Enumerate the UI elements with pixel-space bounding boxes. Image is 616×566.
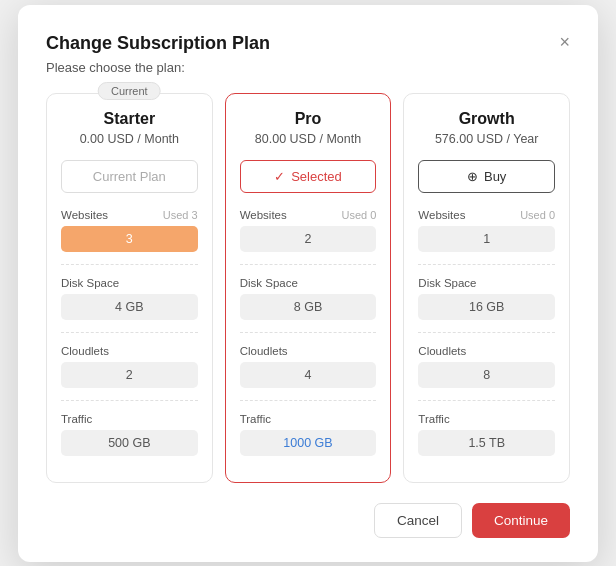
plan-name-pro: Pro (240, 110, 377, 128)
feature-value: 2 (61, 362, 198, 388)
feature-used: Used 3 (163, 209, 198, 221)
plan-price-growth: 576.00 USD / Year (418, 132, 555, 146)
feature-label: Cloudlets (240, 345, 288, 357)
feature-label: Websites (61, 209, 108, 221)
feature-label: Disk Space (61, 277, 119, 289)
feature-label: Cloudlets (418, 345, 466, 357)
feature-label: Disk Space (240, 277, 298, 289)
feature-value: 8 GB (240, 294, 377, 320)
plus-icon: ⊕ (467, 169, 478, 184)
plan-price-pro: 80.00 USD / Month (240, 132, 377, 146)
feature-label: Traffic (61, 413, 92, 425)
modal-header: Change Subscription Plan × (46, 33, 570, 54)
change-subscription-modal: Change Subscription Plan × Please choose… (18, 5, 598, 562)
feature-value: 2 (240, 226, 377, 252)
feature-value: 3 (61, 226, 198, 252)
feature-value: 8 (418, 362, 555, 388)
plan-card-pro: Pro 80.00 USD / Month ✓ Selected Website… (225, 93, 392, 483)
feature-value: 16 GB (418, 294, 555, 320)
feature-label: Disk Space (418, 277, 476, 289)
modal-title: Change Subscription Plan (46, 33, 270, 54)
selected-button[interactable]: ✓ Selected (240, 160, 377, 193)
continue-button[interactable]: Continue (472, 503, 570, 538)
feature-cloudlets-starter: Cloudlets 2 (61, 345, 198, 388)
current-badge: Current (98, 82, 161, 100)
plans-container: Current Starter 0.00 USD / Month Current… (46, 93, 570, 483)
modal-footer: Cancel Continue (46, 503, 570, 538)
feature-used: Used 0 (520, 209, 555, 221)
feature-cloudlets-pro: Cloudlets 4 (240, 345, 377, 388)
buy-label: Buy (484, 169, 506, 184)
feature-diskspace-pro: Disk Space 8 GB (240, 277, 377, 320)
cancel-button[interactable]: Cancel (374, 503, 462, 538)
feature-traffic-growth: Traffic 1.5 TB (418, 413, 555, 456)
selected-label: Selected (291, 169, 342, 184)
plan-card-starter: Current Starter 0.00 USD / Month Current… (46, 93, 213, 483)
feature-value: 1 (418, 226, 555, 252)
plan-price-starter: 0.00 USD / Month (61, 132, 198, 146)
close-button[interactable]: × (559, 33, 570, 51)
feature-value: 1000 GB (240, 430, 377, 456)
plan-action-growth[interactable]: ⊕ Buy (418, 160, 555, 193)
plan-action-pro[interactable]: ✓ Selected (240, 160, 377, 193)
feature-label: Traffic (240, 413, 271, 425)
feature-value: 4 (240, 362, 377, 388)
check-icon: ✓ (274, 169, 285, 184)
feature-label: Websites (240, 209, 287, 221)
feature-traffic-pro: Traffic 1000 GB (240, 413, 377, 456)
feature-websites-growth: Websites Used 0 1 (418, 209, 555, 252)
feature-websites-pro: Websites Used 0 2 (240, 209, 377, 252)
current-plan-button: Current Plan (61, 160, 198, 193)
plan-card-growth: Growth 576.00 USD / Year ⊕ Buy Websites … (403, 93, 570, 483)
feature-value: 500 GB (61, 430, 198, 456)
feature-websites-starter: Websites Used 3 3 (61, 209, 198, 252)
modal-overlay: Change Subscription Plan × Please choose… (0, 0, 616, 566)
plan-action-starter: Current Plan (61, 160, 198, 193)
feature-used: Used 0 (341, 209, 376, 221)
feature-diskspace-growth: Disk Space 16 GB (418, 277, 555, 320)
feature-diskspace-starter: Disk Space 4 GB (61, 277, 198, 320)
plan-name-starter: Starter (61, 110, 198, 128)
feature-cloudlets-growth: Cloudlets 8 (418, 345, 555, 388)
feature-value: 1.5 TB (418, 430, 555, 456)
buy-button[interactable]: ⊕ Buy (418, 160, 555, 193)
plan-name-growth: Growth (418, 110, 555, 128)
feature-label: Cloudlets (61, 345, 109, 357)
modal-subtitle: Please choose the plan: (46, 60, 570, 75)
feature-traffic-starter: Traffic 500 GB (61, 413, 198, 456)
feature-value: 4 GB (61, 294, 198, 320)
feature-label: Websites (418, 209, 465, 221)
feature-label: Traffic (418, 413, 449, 425)
